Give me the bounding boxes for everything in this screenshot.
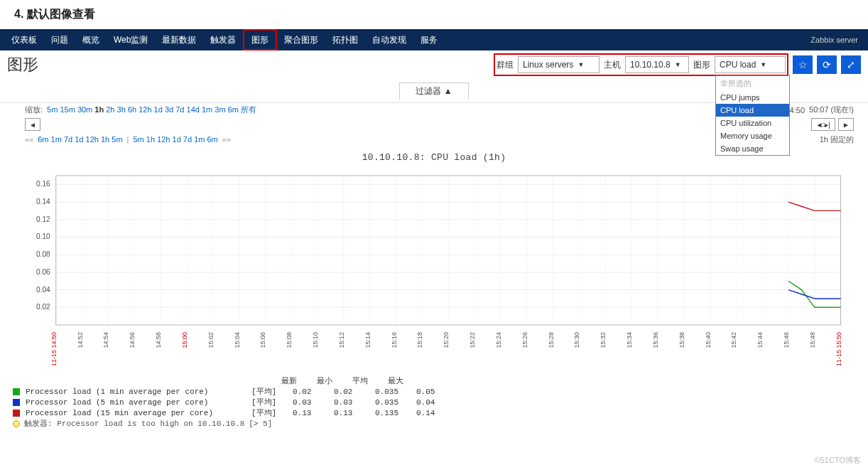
dropdown-item[interactable]: CPU load [716, 104, 789, 117]
time-range-right: 50:07 (现在!) [809, 105, 854, 115]
svg-text:0.04: 0.04 [36, 286, 50, 294]
zoom-option[interactable]: 3m [215, 105, 225, 114]
svg-text:15:34: 15:34 [626, 332, 633, 348]
period-option[interactable]: 1h [101, 135, 109, 144]
triangle-left-icon: ◄ [29, 121, 36, 129]
nav-item-5[interactable]: 触发器 [203, 29, 243, 50]
caret-down-icon: ▼ [675, 61, 681, 68]
host-select[interactable]: 10.10.10.8 ▼ [625, 56, 689, 73]
period-option[interactable]: 12h [86, 135, 99, 144]
filter-controls: 群组 Linux servers ▼ 主机 10.10.10.8 ▼ 图形 CP… [494, 53, 861, 76]
dropdown-item: 非所选的 [716, 76, 789, 91]
zoom-option[interactable]: 12h [139, 105, 151, 114]
svg-text:15:42: 15:42 [730, 332, 737, 348]
zoom-option[interactable]: 所有 [241, 105, 256, 114]
svg-text:15:24: 15:24 [495, 332, 502, 348]
svg-text:15:20: 15:20 [443, 332, 450, 348]
period-option[interactable]: 12h [157, 135, 170, 144]
period-option[interactable]: 7d [64, 135, 72, 144]
svg-text:15:18: 15:18 [416, 332, 423, 348]
zoom-option[interactable]: 3h [117, 105, 126, 114]
legend-avg: 0.035 [375, 398, 411, 407]
legend-swatch [13, 388, 20, 395]
period-option[interactable]: 7d [183, 135, 192, 144]
period-option[interactable]: 1d [75, 135, 83, 144]
now-button[interactable]: ◄∶∶▸∣ [811, 118, 835, 131]
period-option[interactable]: 5m [112, 135, 122, 144]
nav-item-4[interactable]: 最新数据 [155, 29, 203, 50]
period-option[interactable]: 6m [207, 135, 217, 144]
legend-series-name: Processor load (1 min average per core) [26, 388, 246, 396]
legend-swatch [13, 410, 20, 417]
zoom-option[interactable]: 6m [228, 105, 239, 114]
prev-button[interactable]: ◄ [25, 118, 40, 131]
legend-latest: 0.02 [293, 388, 328, 396]
dropdown-item[interactable]: CPU utilization [716, 117, 789, 129]
svg-text:14:58: 14:58 [155, 332, 162, 348]
period-option[interactable]: 1d [173, 135, 181, 144]
zoom-option[interactable]: 30m [77, 105, 92, 114]
nav-item-10[interactable]: 服务 [413, 29, 445, 50]
nav-item-6[interactable]: 图形 [243, 29, 277, 50]
zoom-option[interactable]: 2h [106, 105, 114, 114]
zoom-option[interactable]: 6h [128, 105, 136, 114]
dropdown-item[interactable]: Memory usage [716, 129, 789, 142]
svg-text:15:16: 15:16 [391, 332, 398, 348]
legend-type: [平均] [251, 386, 287, 397]
legend-series-name: Processor load (5 min average per core) [26, 398, 246, 407]
ticks-separator: | [127, 135, 129, 144]
dropdown-item[interactable]: Swap usage [716, 142, 789, 155]
svg-text:15:02: 15:02 [207, 332, 215, 348]
legend-row: Processor load (15 min average per core)… [13, 407, 855, 418]
triangle-right-icon: ► [842, 121, 850, 129]
next-button[interactable]: ► [838, 118, 854, 131]
svg-text:15:40: 15:40 [705, 332, 712, 348]
page-title: 图形 [7, 54, 38, 75]
nav-item-0[interactable]: 仪表板 [4, 29, 44, 50]
period-option[interactable]: 5m [133, 135, 143, 144]
refresh-button[interactable]: ⟳ [817, 55, 837, 74]
svg-text:15:38: 15:38 [678, 332, 685, 348]
nav-left: 仪表板问题概览Web监测最新数据触发器图形聚合图形拓扑图自动发现服务 [4, 29, 445, 50]
fullscreen-button[interactable]: ⤢ [841, 55, 861, 74]
filter-tab[interactable]: 过滤器 ▲ [399, 82, 468, 100]
legend-avg: 0.135 [375, 409, 411, 417]
svg-text:15:06: 15:06 [259, 332, 266, 348]
favorite-button[interactable]: ☆ [793, 55, 813, 74]
period-option[interactable]: 1m [194, 135, 205, 144]
period-option[interactable]: 6m [38, 135, 48, 144]
nav-item-7[interactable]: 聚合图形 [277, 29, 325, 50]
zoom-option[interactable]: 1m [202, 105, 212, 114]
group-select-value: Linux servers [523, 60, 573, 70]
nav-item-9[interactable]: 自动发现 [365, 29, 413, 50]
graph-select-value: CPU load [720, 60, 756, 70]
zoom-option[interactable]: 1h [94, 105, 104, 114]
svg-text:14:56: 14:56 [129, 332, 136, 348]
legend-h-max: 最大 [388, 375, 423, 386]
star-icon: ☆ [798, 59, 808, 70]
nav-item-8[interactable]: 拓扑图 [325, 29, 365, 50]
zoom-option[interactable]: 15m [60, 105, 75, 114]
legend-h-latest: 最新 [281, 375, 317, 386]
zoom-option[interactable]: 5m [47, 105, 58, 114]
zoom-option[interactable]: 1d [154, 105, 163, 114]
chart-area: 10.10.10.8: CPU load (1h) 0.020.040.060.… [0, 146, 868, 373]
legend-max: 0.04 [416, 398, 452, 407]
legend-h-avg: 平均 [352, 375, 388, 386]
step-end-icon: ◄∶∶▸∣ [816, 121, 831, 129]
dropdown-item[interactable]: CPU jumps [716, 91, 789, 104]
svg-text:15:48: 15:48 [809, 332, 816, 348]
nav-item-2[interactable]: 概览 [75, 29, 107, 50]
group-select[interactable]: Linux servers ▼ [518, 56, 600, 73]
nav-item-1[interactable]: 问题 [44, 29, 75, 50]
graph-select[interactable]: CPU load ▼ 非所选的CPU jumpsCPU loadCPU util… [715, 56, 786, 73]
nav-item-3[interactable]: Web监测 [107, 29, 155, 50]
zoom-option[interactable]: 3d [165, 105, 173, 114]
period-option[interactable]: 1h [146, 135, 155, 144]
svg-text:15:44: 15:44 [756, 332, 764, 348]
doc-heading: 4. 默认图像查看 [0, 0, 868, 29]
svg-text:0.16: 0.16 [36, 180, 50, 188]
zoom-option[interactable]: 7d [175, 105, 184, 114]
zoom-option[interactable]: 14d [187, 105, 200, 114]
period-option[interactable]: 1m [51, 135, 62, 144]
